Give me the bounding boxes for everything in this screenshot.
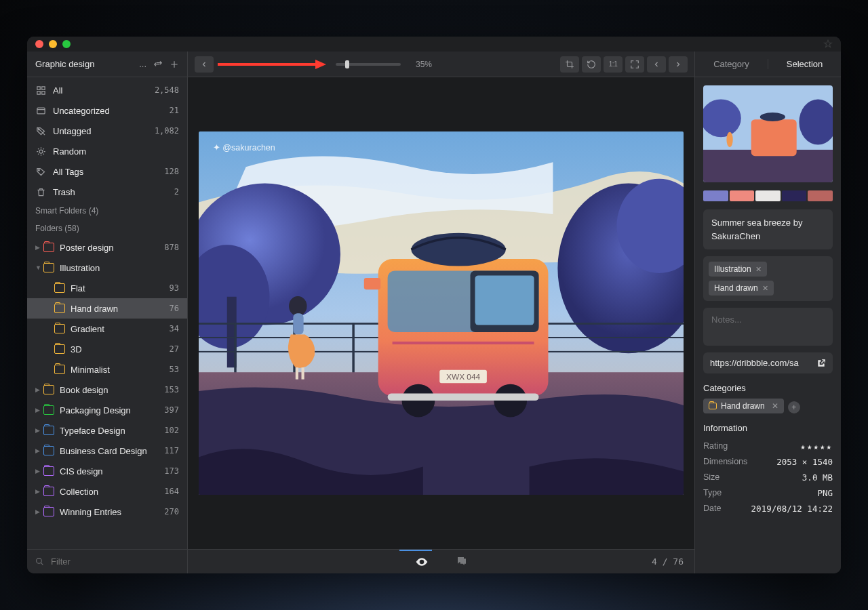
sidebar-smart-random[interactable]: Random	[27, 141, 187, 161]
sidebar-smart-uncat[interactable]: Uncategorized21	[27, 100, 187, 121]
swatch[interactable]	[730, 190, 755, 201]
svg-rect-34	[393, 342, 534, 344]
folder-book-design[interactable]: ▶Book design153	[27, 380, 187, 400]
pin-icon[interactable]	[823, 39, 833, 49]
artwork: XWX 044 ✦ @sakurachen	[199, 131, 684, 495]
svg-point-35	[402, 384, 435, 417]
svg-point-26	[289, 296, 307, 316]
caret-icon[interactable]: ▶	[35, 447, 41, 454]
svg-rect-22	[352, 323, 354, 375]
main-panel: 35% 1:1	[188, 52, 694, 573]
swatch[interactable]	[703, 190, 728, 201]
info-type-label: Type	[703, 488, 722, 498]
image-title[interactable]: Summer sea breeze by SakuraChen	[703, 209, 833, 249]
next-button[interactable]	[669, 56, 688, 73]
folder-poster-design[interactable]: ▶Poster design878	[27, 237, 187, 258]
folder-gradient[interactable]: Gradient34	[27, 319, 187, 339]
add-icon[interactable]	[170, 60, 179, 69]
remove-tag-icon[interactable]: ✕	[762, 284, 768, 293]
folder-icon	[43, 487, 54, 496]
info-size-value: 3.0 MB	[802, 472, 833, 483]
swap-icon[interactable]	[153, 60, 163, 69]
folder-cis-design[interactable]: ▶CIS design173	[27, 461, 187, 481]
tab-selection[interactable]: Selection	[768, 59, 841, 69]
caret-icon[interactable]: ▶	[35, 244, 41, 251]
zoom-slider-thumb[interactable]	[345, 60, 349, 68]
remove-tag-icon[interactable]: ✕	[755, 265, 762, 274]
folder-typeface-design[interactable]: ▶Typeface Design102	[27, 420, 187, 441]
sidebar-smart-alltags[interactable]: All Tags128	[27, 161, 187, 182]
external-link-icon[interactable]	[816, 359, 826, 368]
add-category-button[interactable]: +	[788, 401, 800, 413]
folder-illustration[interactable]: ▼Illustration	[27, 258, 187, 278]
library-switcher[interactable]: Graphic design ...	[27, 52, 187, 77]
sidebar-list: All2,548Uncategorized21Untagged1,082Rand…	[27, 77, 187, 549]
window-minimize[interactable]	[49, 40, 57, 48]
caret-icon[interactable]: ▶	[35, 488, 41, 495]
notes-input[interactable]: Notes...	[703, 308, 833, 346]
caret-icon[interactable]: ▶	[35, 386, 41, 393]
filter-input[interactable]	[50, 556, 179, 567]
svg-rect-29	[301, 367, 304, 379]
folder-icon	[709, 403, 717, 409]
svg-marker-10	[315, 60, 326, 69]
swatch[interactable]	[808, 190, 833, 201]
caret-icon[interactable]: ▶	[35, 468, 41, 474]
svg-rect-27	[293, 313, 303, 334]
folder-flat[interactable]: Flat93	[27, 278, 187, 298]
annotation-arrow	[218, 58, 326, 71]
folder-icon	[43, 243, 54, 252]
source-url[interactable]: https://dribbble.com/sa	[703, 352, 833, 373]
window-zoom[interactable]	[62, 40, 71, 48]
tab-category[interactable]: Category	[695, 59, 768, 69]
caret-icon[interactable]: ▶	[35, 508, 41, 515]
zoom-value: 35%	[416, 60, 432, 69]
fit-button[interactable]	[625, 56, 644, 73]
folder-business-card-design[interactable]: ▶Business Card Design117	[27, 441, 187, 461]
all-icon	[35, 85, 46, 96]
folders-header[interactable]: Folders (58)	[27, 220, 187, 237]
sidebar-smart-untag[interactable]: Untagged1,082	[27, 121, 187, 141]
window-close[interactable]	[35, 40, 43, 48]
back-button[interactable]	[195, 56, 214, 73]
folder-winning-entries[interactable]: ▶Winning Entries270	[27, 502, 187, 522]
caret-icon[interactable]: ▼	[35, 264, 41, 271]
caret-icon[interactable]: ▶	[35, 427, 41, 434]
crop-button[interactable]	[560, 56, 579, 73]
comments-mode-icon[interactable]	[456, 555, 468, 569]
tag-hand-drawn[interactable]: Hand drawn✕	[709, 281, 774, 296]
folder-collection[interactable]: ▶Collection164	[27, 481, 187, 502]
svg-rect-33	[475, 275, 534, 325]
smart-folders-header[interactable]: Smart Folders (4)	[27, 202, 187, 220]
svg-point-36	[494, 384, 527, 417]
image-viewer[interactable]: XWX 044 ✦ @sakurachen	[188, 77, 694, 549]
tags-box[interactable]: Illustration✕Hand drawn✕	[703, 256, 833, 301]
sidebar-smart-trash[interactable]: Trash2	[27, 182, 187, 202]
tag-illustration[interactable]: Illustration✕	[709, 262, 767, 277]
color-swatches	[703, 190, 833, 201]
swatch[interactable]	[782, 190, 807, 201]
info-size-label: Size	[703, 472, 719, 483]
svg-rect-4	[37, 108, 44, 114]
svg-point-49	[726, 132, 732, 147]
inspector-thumbnail[interactable]	[703, 85, 833, 182]
category-chip[interactable]: Hand drawn✕	[703, 399, 784, 413]
folder-minimalist[interactable]: Minimalist53	[27, 359, 187, 380]
remove-category-icon[interactable]: ✕	[772, 401, 778, 411]
svg-rect-20	[234, 323, 236, 375]
caret-icon[interactable]: ▶	[35, 407, 41, 413]
swatch[interactable]	[755, 190, 781, 201]
sidebar: Graphic design ... All2,548Uncategorized…	[27, 52, 188, 573]
prev-button[interactable]	[647, 56, 666, 73]
statusbar: 4 / 76	[188, 549, 694, 573]
info-rating-value[interactable]: ★★★★★	[800, 441, 833, 451]
zoom-slider[interactable]	[336, 63, 401, 66]
sidebar-filter[interactable]	[27, 549, 187, 573]
folder-packaging-design[interactable]: ▶Packaging Design397	[27, 400, 187, 420]
preview-mode-icon[interactable]	[415, 555, 429, 569]
folder-hand-drawn[interactable]: Hand drawn76	[27, 298, 187, 319]
actual-size-button[interactable]: 1:1	[604, 56, 623, 73]
sidebar-smart-all[interactable]: All2,548	[27, 80, 187, 100]
rotate-button[interactable]	[582, 56, 601, 73]
folder-3d[interactable]: 3D27	[27, 339, 187, 359]
